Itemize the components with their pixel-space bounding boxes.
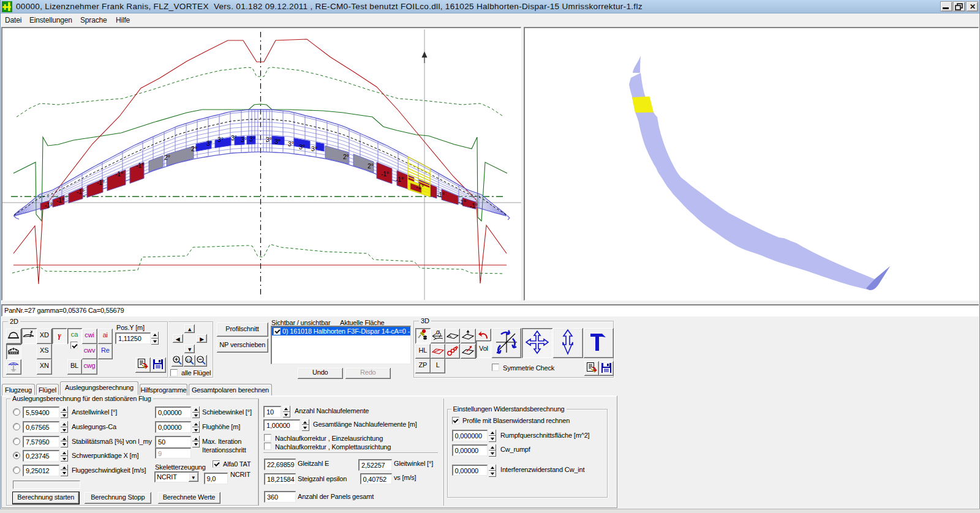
svg-text:2°: 2° (191, 145, 197, 152)
svg-text:-1°: -1° (136, 162, 144, 169)
svg-text:3°: 3° (206, 140, 213, 147)
svg-text:3°: 3° (299, 143, 305, 151)
svg-text:-1°: -1° (470, 202, 478, 209)
svg-text:3°: 3° (311, 145, 317, 152)
svg-text:3°: 3° (241, 136, 247, 143)
svg-text:α: α (436, 329, 440, 335)
svg-text:3°: 3° (288, 140, 294, 148)
svg-text:3°: 3° (274, 138, 281, 145)
svg-text:2°: 2° (164, 154, 170, 161)
svg-text:-1°: -1° (77, 188, 85, 195)
svg-text:-1°: -1° (458, 198, 466, 206)
svg-text:-1°: -1° (437, 191, 445, 198)
svg-text:3°: 3° (217, 136, 224, 143)
svg-text:-1°: -1° (45, 201, 53, 209)
svg-text:-1°: -1° (56, 197, 64, 204)
svg-text:2°: 2° (343, 153, 349, 160)
svg-text:-1°: -1° (396, 176, 404, 183)
svg-text:1:1: 1:1 (186, 358, 192, 362)
svg-text:2°: 2° (368, 162, 374, 170)
svg-text:3°: 3° (249, 135, 255, 143)
svg-text:-1°: -1° (97, 179, 105, 186)
svg-text:-1°: -1° (115, 170, 123, 178)
svg-text:3°: 3° (231, 134, 237, 141)
svg-text:3°: 3° (266, 136, 272, 143)
svg-text:-1°: -1° (381, 170, 389, 178)
svg-text:-1°: -1° (416, 183, 424, 190)
